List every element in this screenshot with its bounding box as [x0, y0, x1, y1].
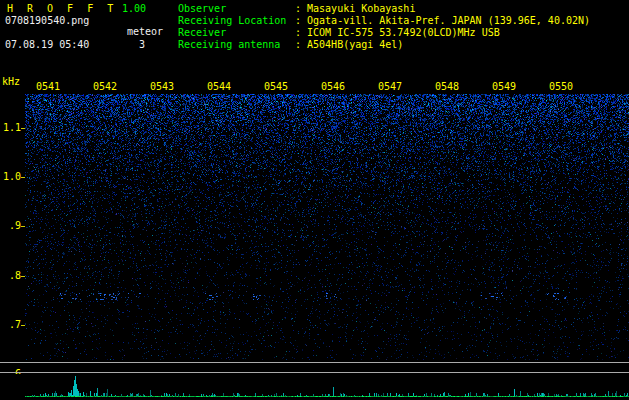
app-version: 1.00 [122, 4, 146, 14]
freq-axis-unit: kHz [2, 77, 20, 87]
time-label: 0545 [264, 82, 288, 92]
info-value-observer: : Masayuki Kobayashi [295, 4, 415, 14]
info-value-antenna: : A504HB(yagi 4el) [295, 40, 403, 50]
info-value-location: : Ogata-vill. Akita-Pref. JAPAN (139.96E… [295, 16, 590, 26]
signal-level-canvas [0, 374, 629, 400]
freq-label: .7 [0, 320, 21, 330]
info-label-receiver: Receiver [178, 28, 226, 38]
hrofft-screen: H R O F F T 1.00 0708190540.png meteor 0… [0, 0, 629, 400]
separator-line [0, 362, 629, 363]
meteor-count: 3 [139, 40, 145, 50]
time-label: 0546 [321, 82, 345, 92]
mode-label: meteor [127, 27, 163, 37]
time-label: 0544 [207, 82, 231, 92]
freq-label: 1.1 [0, 123, 21, 133]
freq-label: .8 [0, 271, 21, 281]
info-label-antenna: Receiving antenna [178, 40, 280, 50]
freq-label: 1.0 [0, 172, 21, 182]
datetime-label: 07.08.19 05:40 [5, 40, 89, 50]
info-label-observer: Observer [178, 4, 226, 14]
info-value-receiver: : ICOM IC-575 53.7492(0LCD)MHz USB [295, 28, 500, 38]
output-filename: 0708190540.png [5, 16, 89, 26]
time-label: 0548 [435, 82, 459, 92]
time-label: 0549 [492, 82, 516, 92]
time-label: 0550 [549, 82, 573, 92]
time-label: 0541 [36, 82, 60, 92]
info-label-location: Receiving Location [178, 16, 286, 26]
separator-line [0, 372, 629, 373]
time-label: 0542 [93, 82, 117, 92]
time-label: 0547 [378, 82, 402, 92]
freq-label: .9 [0, 221, 21, 231]
spectrogram-canvas [25, 94, 629, 360]
app-title: H R O F F T [7, 4, 117, 14]
time-label: 0543 [150, 82, 174, 92]
